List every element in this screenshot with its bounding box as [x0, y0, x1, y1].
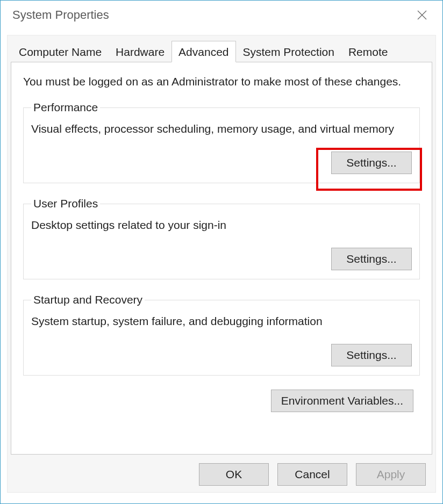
- performance-group: Performance Visual effects, processor sc…: [23, 101, 420, 183]
- tab-strip: Computer Name Hardware Advanced System P…: [11, 41, 432, 62]
- system-properties-dialog: System Properties Computer Name Hardware…: [0, 0, 443, 504]
- user-profiles-desc: Desktop settings related to your sign-in: [31, 219, 412, 232]
- window-title: System Properties: [12, 8, 109, 22]
- tab-hardware[interactable]: Hardware: [109, 41, 172, 62]
- performance-legend: Performance: [31, 101, 100, 114]
- startup-recovery-legend: Startup and Recovery: [31, 293, 145, 306]
- apply-button[interactable]: Apply: [356, 463, 426, 486]
- environment-variables-button[interactable]: Environment Variables...: [271, 390, 413, 412]
- close-button[interactable]: [411, 4, 433, 26]
- cancel-button[interactable]: Cancel: [277, 463, 347, 486]
- user-profiles-legend: User Profiles: [31, 197, 100, 210]
- tab-panel-advanced: You must be logged on as an Administrato…: [11, 62, 432, 455]
- user-profiles-group: User Profiles Desktop settings related t…: [23, 197, 420, 279]
- dialog-footer-buttons: OK Cancel Apply: [199, 463, 426, 486]
- tab-system-protection[interactable]: System Protection: [236, 41, 341, 62]
- tab-remote[interactable]: Remote: [341, 41, 395, 62]
- performance-desc: Visual effects, processor scheduling, me…: [31, 123, 412, 135]
- titlebar: System Properties: [1, 1, 442, 30]
- performance-settings-button[interactable]: Settings...: [331, 152, 412, 174]
- startup-recovery-group: Startup and Recovery System startup, sys…: [23, 293, 420, 376]
- tab-computer-name[interactable]: Computer Name: [12, 41, 109, 62]
- ok-button[interactable]: OK: [199, 463, 269, 486]
- startup-recovery-settings-button[interactable]: Settings...: [331, 344, 412, 366]
- admin-note-text: You must be logged on as an Administrato…: [23, 75, 420, 88]
- startup-recovery-desc: System startup, system failure, and debu…: [31, 315, 412, 328]
- user-profiles-settings-button[interactable]: Settings...: [331, 248, 412, 270]
- tab-advanced[interactable]: Advanced: [172, 41, 235, 62]
